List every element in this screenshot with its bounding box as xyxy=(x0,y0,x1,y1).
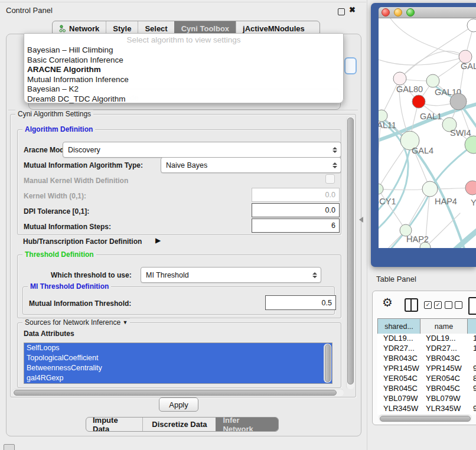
attribute-item[interactable]: BetweennessCentrality xyxy=(24,363,332,373)
show-columns-icon[interactable]: ✓ ✓ xyxy=(424,301,442,309)
table-horizontal-scrollbar[interactable] xyxy=(379,415,472,422)
algorithm-option[interactable]: Bayesian – Hill Climbing xyxy=(24,45,343,56)
mi-steps-input[interactable]: 6 xyxy=(252,219,340,233)
dpi-tolerance-input[interactable]: 0.0 xyxy=(252,203,340,217)
manual-kernel-checkbox[interactable] xyxy=(325,174,335,184)
close-panel-icon[interactable]: ✖ xyxy=(349,5,356,14)
attribute-item[interactable]: SelfLoops xyxy=(24,343,332,353)
settings-vertical-scrollbar[interactable] xyxy=(346,116,354,389)
mi-type-select[interactable]: Naive Bayes xyxy=(161,157,341,173)
table-cell[interactable]: 13 xyxy=(467,334,476,344)
network-canvas[interactable]: GALGAL80GAL10GAL1GAL11SWI4GAL4GCY1HAP4YH… xyxy=(379,18,476,248)
attributes-list-scrollbar[interactable] xyxy=(324,344,331,383)
expand-arrow-icon[interactable]: ▶ xyxy=(155,236,161,244)
table-cell[interactable]: YDL19... xyxy=(420,334,467,344)
gear-icon[interactable]: ⚙ xyxy=(382,295,393,309)
table-row[interactable]: YLR345WYLR345W9. xyxy=(377,404,476,414)
network-edge[interactable] xyxy=(379,57,465,65)
table-row[interactable]: YBR045CYBR045C9. xyxy=(377,384,476,394)
table-cell[interactable]: YDL19... xyxy=(377,334,420,344)
collapse-arrow-icon[interactable]: ▼ xyxy=(122,319,128,325)
table-cell[interactable]: YLR345W xyxy=(420,404,467,414)
splitter-collapse-icon[interactable] xyxy=(359,217,363,223)
network-node-gal1[interactable] xyxy=(412,95,425,108)
focus-ring-ghost[interactable] xyxy=(344,57,357,74)
table-cell[interactable] xyxy=(467,354,476,364)
table-cell[interactable]: YDR27... xyxy=(420,344,467,354)
table-cell[interactable]: YBL079W xyxy=(420,394,467,404)
column-header[interactable] xyxy=(468,319,476,334)
network-window-titlebar[interactable] xyxy=(379,7,476,18)
table-row[interactable]: YBL079WYBL079W xyxy=(377,394,476,404)
split-columns-icon[interactable] xyxy=(405,298,418,312)
aracne-mode-select[interactable]: Discovery xyxy=(63,142,341,158)
table-cell[interactable]: YBR045C xyxy=(377,384,420,394)
hide-columns-icon[interactable] xyxy=(445,301,462,309)
table-row[interactable]: YDL19...YDL19...13 xyxy=(377,334,476,344)
table-cell[interactable]: YBR043C xyxy=(377,354,420,364)
stepper-icon[interactable] xyxy=(332,147,337,153)
network-node[interactable] xyxy=(467,19,476,32)
network-edge[interactable] xyxy=(390,18,465,57)
stepper-icon[interactable] xyxy=(332,162,337,168)
attribute-item[interactable]: TopologicalCoefficient xyxy=(24,353,332,363)
network-node-gal11[interactable] xyxy=(379,110,387,122)
table-cell[interactable]: 9. xyxy=(467,404,476,414)
table-row[interactable]: YPR145WYPR145W9. xyxy=(377,364,476,374)
float-panel-icon[interactable] xyxy=(338,8,345,15)
network-edge[interactable] xyxy=(425,213,460,247)
table-cell[interactable]: YLR345W xyxy=(377,404,420,414)
network-node-hap4[interactable] xyxy=(422,181,438,197)
table-cell[interactable]: YBL079W xyxy=(377,394,420,404)
table-cell[interactable]: 12 xyxy=(467,344,476,354)
data-attributes-list[interactable]: SelfLoopsTopologicalCoefficientBetweenne… xyxy=(24,343,332,384)
column-header[interactable]: name xyxy=(420,319,468,334)
algorithm-option[interactable]: Mutual Information Inference xyxy=(24,75,343,85)
network-node[interactable] xyxy=(450,93,467,110)
table-cell[interactable] xyxy=(467,394,476,404)
table-cell[interactable]: YBR043C xyxy=(420,354,467,364)
input-value: 0.0 xyxy=(325,191,335,199)
network-node-gal80[interactable] xyxy=(393,72,406,85)
network-node-gal10[interactable] xyxy=(426,74,439,87)
close-window-icon[interactable] xyxy=(382,8,390,17)
network-node-gcy1[interactable] xyxy=(379,184,383,194)
table-cell[interactable]: YDR27... xyxy=(377,344,420,354)
table-cell[interactable]: YPR145W xyxy=(377,364,420,374)
table-row[interactable]: YER054CYER054C8. xyxy=(377,374,476,384)
column-header[interactable]: shared... xyxy=(378,319,420,334)
zoom-window-icon[interactable] xyxy=(406,8,415,17)
settings-horizontal-scrollbar[interactable] xyxy=(12,389,344,396)
algorithm-option[interactable]: Dream8 DC_TDC Algorithm xyxy=(24,94,343,105)
table-row[interactable]: YBR043CYBR043C xyxy=(377,354,476,364)
new-table-icon[interactable] xyxy=(468,297,476,315)
minimize-window-icon[interactable] xyxy=(394,8,402,17)
network-node-y[interactable] xyxy=(465,181,476,195)
mi-threshold-input[interactable]: 0.5 xyxy=(265,295,336,310)
network-graph[interactable]: GALGAL80GAL10GAL1GAL11SWI4GAL4GCY1HAP4YH… xyxy=(379,18,476,248)
table-cell[interactable]: 9. xyxy=(467,384,476,394)
table-cell[interactable]: YPR145W xyxy=(420,364,467,374)
network-edge[interactable] xyxy=(467,243,476,248)
algorithm-option[interactable]: Bayesian – K2 xyxy=(24,84,343,94)
table-cell[interactable]: 9. xyxy=(467,364,476,374)
which-threshold-select[interactable]: MI Threshold xyxy=(141,267,321,283)
table-row[interactable]: YDR27...YDR27...12 xyxy=(377,344,476,354)
tab-infer-network[interactable]: Infer Network xyxy=(216,418,278,431)
attribute-item[interactable]: gal4RGexp xyxy=(24,373,332,383)
kernel-width-input[interactable]: 0.0 xyxy=(252,188,340,202)
stepper-icon[interactable] xyxy=(312,272,317,278)
network-edge[interactable] xyxy=(431,219,476,248)
table-cell[interactable]: YER054C xyxy=(420,374,467,384)
minimized-panel-icon[interactable] xyxy=(4,444,15,450)
network-window[interactable]: GALGAL80GAL10GAL1GAL11SWI4GAL4GCY1HAP4YH… xyxy=(371,3,476,267)
table-cell[interactable]: YBR045C xyxy=(420,384,467,394)
table-cell[interactable]: 8. xyxy=(467,374,476,384)
network-edge[interactable] xyxy=(379,149,410,217)
algorithm-option[interactable]: ARACNE Algorithm xyxy=(24,65,343,75)
tab-impute-data[interactable]: Impute Data xyxy=(86,418,142,431)
algorithm-option[interactable]: Basic Correlation Inference xyxy=(24,56,343,66)
apply-button[interactable]: Apply xyxy=(159,397,198,412)
table-cell[interactable]: YER054C xyxy=(377,374,420,384)
tab-discretize-data[interactable]: Discretize Data xyxy=(142,418,216,431)
